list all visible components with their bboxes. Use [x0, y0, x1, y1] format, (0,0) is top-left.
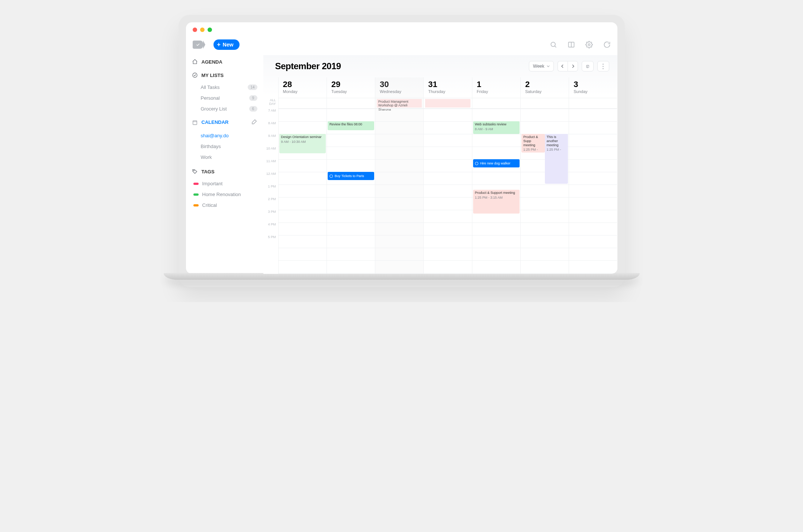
svg-point-2 [588, 44, 590, 46]
event-pm-workshop[interactable] [425, 99, 470, 108]
new-button[interactable]: + New [213, 39, 240, 50]
list-item-alltasks[interactable]: All Tasks 14 [186, 82, 263, 93]
tags-icon [192, 169, 198, 174]
svg-point-0 [551, 42, 555, 47]
sidebar-tags[interactable]: TAGS [186, 163, 263, 178]
event-another-meeting[interactable]: This is another meeting 1:25 PM - [545, 134, 568, 184]
count-badge: 6 [249, 106, 257, 112]
chevron-left-icon [561, 64, 565, 68]
tag-swatch [193, 183, 199, 185]
list-item-personal[interactable]: Personal 9 [186, 93, 263, 103]
settings-icon[interactable] [585, 41, 593, 48]
event-web-subtasks[interactable]: Web subtasks review 8 AM - 9 AM [473, 121, 520, 134]
home-icon [192, 59, 198, 65]
chevron-down-icon [547, 65, 550, 68]
more-options-button[interactable] [597, 61, 609, 71]
today-button[interactable]: 6 [582, 61, 594, 71]
event-buy-tickets[interactable]: Buy Tickets to Paris [328, 172, 374, 180]
new-button-label: New [223, 42, 234, 48]
tags-label: TAGS [202, 169, 215, 174]
calendar-icon [192, 119, 198, 125]
sidebar-calendar[interactable]: CALENDAR [186, 114, 263, 130]
next-week-button[interactable] [568, 61, 578, 71]
calendar-item-work[interactable]: Work [186, 152, 263, 163]
sync-icon[interactable] [603, 41, 611, 48]
time-gutter: ALL DAY 7 AM 8 AM 9 AM 10 AM 11 AM 12 AM… [263, 77, 278, 274]
event-ps-meeting-fri[interactable]: Product & Support meeting 1:25 PM - 3:15… [473, 190, 520, 214]
calendar-item-birthdays[interactable]: Birthdays [186, 141, 263, 152]
day-column-sat[interactable]: 2 Saturday Product & Supp meeting 1:25 P… [520, 77, 569, 274]
tag-item-critical[interactable]: Critical [186, 200, 263, 211]
search-icon[interactable] [550, 41, 557, 48]
calendar-label: CALENDAR [202, 119, 229, 125]
day-column-thu[interactable]: 31 Thursday [423, 77, 472, 274]
day-column-wed[interactable]: 30 Wednesday Product Managment Workshop … [375, 77, 423, 274]
tag-item-home[interactable]: Home Renovation [186, 189, 263, 200]
day-column-sun[interactable]: 3 Sunday [569, 77, 617, 274]
task-circle-icon [330, 174, 333, 178]
count-badge: 14 [248, 84, 257, 90]
view-selector[interactable]: Week [529, 61, 553, 71]
calendar-item-shai[interactable]: shai@any.do [186, 130, 263, 141]
sidebar-mylists[interactable]: MY LISTS [186, 68, 263, 82]
event-pm-workshop[interactable]: Product Managment Workshop @ Azrieli Sha… [377, 99, 422, 108]
more-vertical-icon [603, 64, 604, 69]
tag-swatch [193, 204, 199, 206]
close-window-button[interactable] [193, 28, 197, 32]
mylists-label: MY LISTS [202, 73, 224, 78]
tag-item-important[interactable]: Important [186, 178, 263, 189]
check-circle-icon [192, 72, 198, 78]
count-badge: 9 [249, 95, 257, 101]
day-column-tue[interactable]: 29 Tuesday Review the files 08:00 [327, 77, 375, 274]
svg-point-3 [193, 73, 197, 77]
calendar-title: September 2019 [275, 61, 341, 71]
app-badge[interactable] [193, 41, 203, 49]
sidebar-agenda[interactable]: AGENDA [186, 55, 263, 68]
event-ps-meeting-sat[interactable]: Product & Supp meeting 1:25 PM - 3:15 [521, 134, 545, 153]
list-item-grocery[interactable]: Grocery List 6 [186, 103, 263, 114]
maximize-window-button[interactable] [208, 28, 212, 32]
svg-point-5 [193, 170, 194, 171]
day-column-mon[interactable]: 28 Monday Design Orientation seminar 9 A… [278, 77, 327, 274]
event-hire-dog-walker[interactable]: Hire new dog walker [473, 159, 520, 167]
day-column-fri[interactable]: 1 Friday Web subtasks review 8 AM - 9 AM [472, 77, 520, 274]
minimize-window-button[interactable] [200, 28, 205, 32]
window-controls [186, 22, 617, 36]
agenda-label: AGENDA [202, 59, 222, 65]
chevron-right-icon [571, 64, 575, 68]
prev-week-button[interactable] [558, 61, 568, 71]
edit-icon[interactable] [251, 119, 257, 126]
event-review-files[interactable]: Review the files 08:00 [328, 121, 374, 130]
svg-rect-4 [193, 121, 197, 125]
tag-swatch [193, 193, 199, 196]
panel-layout-icon[interactable] [568, 41, 575, 48]
task-circle-icon [475, 162, 478, 165]
event-design-seminar[interactable]: Design Orientation seminar 9 AM - 10:30 … [279, 134, 326, 153]
